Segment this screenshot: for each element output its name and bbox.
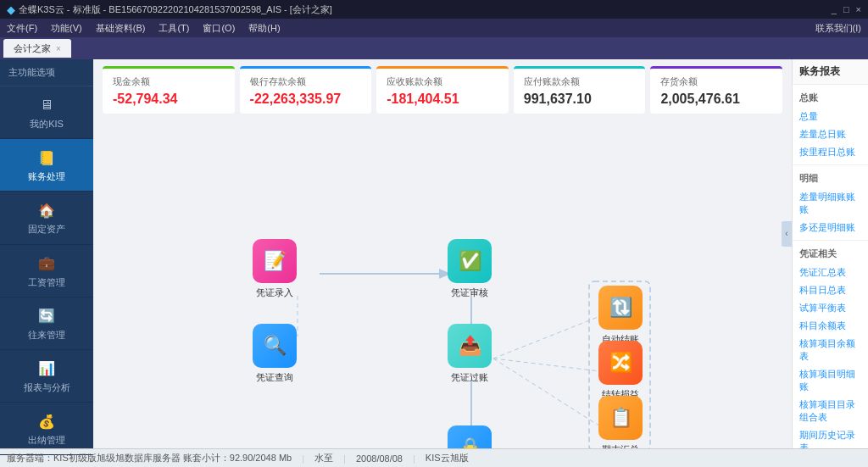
menu-func[interactable]: 功能(V) <box>51 22 82 35</box>
card-cash-label: 现金余额 <box>113 75 225 88</box>
sidebar-label-mykis: 我的KIS <box>30 119 64 130</box>
sidebar-item-assets[interactable]: 🏠 固定资产 <box>0 192 93 244</box>
menu-tools[interactable]: 工具(T) <box>159 22 189 35</box>
tab-bar: 会计之家 × <box>0 37 868 59</box>
link-v8[interactable]: 期间历史记录表 <box>793 426 868 448</box>
sidebar-label-reports: 报表与分析 <box>24 382 70 393</box>
menu-bar: 文件(F) 功能(V) 基础资料(B) 工具(T) 窗口(O) 帮助(H) 联系… <box>0 19 868 37</box>
auto-carry-node[interactable]: 🔃 自动结账 <box>598 286 643 346</box>
card-inventory-value: 2,005,476.61 <box>660 92 772 107</box>
accounting-icon: 📒 <box>36 147 57 168</box>
link-v2[interactable]: 科目日总表 <box>793 281 868 299</box>
transfer-bank-node[interactable]: 🔀 结转损益 <box>598 341 643 401</box>
voucher-audit-node[interactable]: ✅ 凭证审核 <box>448 239 492 299</box>
sidebar-item-contacts[interactable]: 🔄 往来管理 <box>0 297 93 350</box>
link-total[interactable]: 总量 <box>793 108 868 125</box>
link-mileage[interactable]: 按里程日总账 <box>793 143 868 161</box>
tab-close-btn[interactable]: × <box>56 44 61 53</box>
sidebar-item-cashier[interactable]: 💰 出纳管理 <box>0 403 93 455</box>
card-inventory-label: 存货余额 <box>660 75 772 88</box>
card-receivable-value: -181,404.51 <box>387 92 498 107</box>
voucher-view-label: 凭证查询 <box>256 371 293 384</box>
menu-basic[interactable]: 基础资料(B) <box>96 22 146 35</box>
tab-accounting-home[interactable]: 会计之家 × <box>3 39 71 58</box>
cashier-icon: 💰 <box>36 411 57 431</box>
contacts-icon: 🔄 <box>36 306 57 326</box>
voucher-entry-node[interactable]: 📝 凭证录入 <box>253 239 297 299</box>
panel-collapse-toggle[interactable]: ‹ <box>782 221 792 247</box>
sidebar-item-accounting[interactable]: 📒 账务处理 <box>0 139 93 192</box>
card-payable: 应付账款余额 991,637.10 <box>514 66 646 114</box>
link-v5[interactable]: 核算项目余额表 <box>793 335 868 365</box>
section-title-ledger: 总账 <box>793 88 868 108</box>
flow-arrows-svg <box>93 120 792 448</box>
title-bar-left: ◆ 全蝶K3S云 - 标准版 - BE156670922202104281537… <box>7 3 332 16</box>
right-panel-header: 账务报表 <box>793 59 868 85</box>
svg-line-5 <box>493 359 600 426</box>
section-title-voucher: 凭证相关 <box>793 244 868 264</box>
status-bar: 服务器端：KIS初级版旭级旭数据库服务器 账套小计：92.90/2048 Mb … <box>0 448 868 467</box>
menu-file[interactable]: 文件(F) <box>7 22 37 35</box>
payroll-icon: 💼 <box>36 253 57 274</box>
link-v3[interactable]: 试算平衡表 <box>793 299 868 317</box>
right-panel-section-detail: 明细 差量明细账账账 多还是明细账 <box>793 165 868 241</box>
link-detail1[interactable]: 差量明细账账账 <box>793 188 868 219</box>
link-v1[interactable]: 凭证汇总表 <box>793 264 868 281</box>
status-server: 服务器端：KIS初级版旭级旭数据库服务器 账套小计：92.90/2048 Mb <box>7 452 292 464</box>
maximize-btn[interactable]: □ <box>843 4 849 14</box>
sidebar-label-assets: 固定资产 <box>28 224 65 235</box>
menu-window[interactable]: 窗口(O) <box>203 22 235 35</box>
tab-label: 会计之家 <box>14 42 51 55</box>
period-close-node[interactable]: 🔒 期末结账 <box>448 425 492 448</box>
sidebar-item-payroll[interactable]: 💼 工资管理 <box>0 245 93 297</box>
voucher-view-icon: 🔍 <box>253 324 297 368</box>
sidebar-label-cashier: 出纳管理 <box>28 435 65 446</box>
period-end-label: 期末汇总 <box>602 443 639 448</box>
auto-carry-icon: 🔃 <box>598 286 643 330</box>
flow-area: 📝 凭证录入 ✅ 凭证审核 🔃 自动结账 🔍 凭证查询 📤 凭证过账 <box>93 120 792 448</box>
card-payable-label: 应付账款余额 <box>524 75 636 88</box>
period-end-icon: 📋 <box>598 396 643 440</box>
voucher-post-label: 凭证过账 <box>451 371 488 384</box>
menu-contact[interactable]: 联系我们(I) <box>815 22 861 35</box>
main-layout: 主功能选项 🖥 我的KIS 📒 账务处理 🏠 固定资产 💼 工资管理 🔄 往来管… <box>0 59 868 448</box>
sidebar-item-mykis[interactable]: 🖥 我的KIS <box>0 86 93 139</box>
title-bar: ◆ 全蝶K3S云 - 标准版 - BE156670922202104281537… <box>0 0 868 19</box>
link-daily-total[interactable]: 差量总日账 <box>793 125 868 143</box>
sidebar-item-reports[interactable]: 📊 报表与分析 <box>0 350 93 403</box>
link-v6[interactable]: 核算项目明细账 <box>793 365 868 396</box>
voucher-view-node[interactable]: 🔍 凭证查询 <box>253 324 297 384</box>
card-inventory: 存货余额 2,005,476.61 <box>650 66 782 114</box>
voucher-post-icon: 📤 <box>448 324 492 368</box>
minimize-btn[interactable]: _ <box>832 4 837 14</box>
card-bank-value: -22,263,335.97 <box>250 92 362 107</box>
voucher-audit-label: 凭证审核 <box>451 286 488 299</box>
voucher-entry-label: 凭证录入 <box>256 286 293 299</box>
status-date: 2008/08/08 <box>356 453 403 464</box>
right-panel: 账务报表 总账 总量 差量总日账 按里程日总账 明细 差量明细账账账 多还是明细… <box>792 59 868 448</box>
card-payable-value: 991,637.10 <box>524 92 636 107</box>
period-end-node[interactable]: 📋 期末汇总 <box>598 396 643 448</box>
card-receivable: 应收账款余额 -181,404.51 <box>376 66 509 114</box>
title-bar-text: 全蝶K3S云 - 标准版 - BE15667092220210428153700… <box>19 3 332 16</box>
svg-line-4 <box>493 359 600 371</box>
menu-help[interactable]: 帮助(H) <box>248 22 280 35</box>
period-close-icon: 🔒 <box>448 425 492 448</box>
card-receivable-label: 应收账款余额 <box>387 75 498 88</box>
close-btn[interactable]: × <box>856 4 861 14</box>
card-bank: 银行存款余额 -22,263,335.97 <box>240 66 372 114</box>
voucher-post-node[interactable]: 📤 凭证过账 <box>448 324 492 384</box>
summary-cards: 现金余额 -52,794.34 银行存款余额 -22,263,335.97 应收… <box>93 59 792 120</box>
card-cash: 现金余额 -52,794.34 <box>103 66 235 114</box>
link-detail2[interactable]: 多还是明细账 <box>793 219 868 236</box>
sidebar-label-payroll: 工资管理 <box>28 277 65 288</box>
svg-line-3 <box>493 316 600 359</box>
card-cash-value: -52,794.34 <box>113 92 225 107</box>
link-v4[interactable]: 科目余额表 <box>793 317 868 335</box>
status-user: 水至 <box>314 452 333 464</box>
link-v7[interactable]: 核算项目目录组合表 <box>793 396 868 426</box>
title-bar-right[interactable]: _ □ × <box>832 4 861 14</box>
status-info: KIS云旭版 <box>426 452 469 464</box>
transfer-bank-icon: 🔀 <box>598 341 643 385</box>
assets-icon: 🏠 <box>36 200 57 220</box>
